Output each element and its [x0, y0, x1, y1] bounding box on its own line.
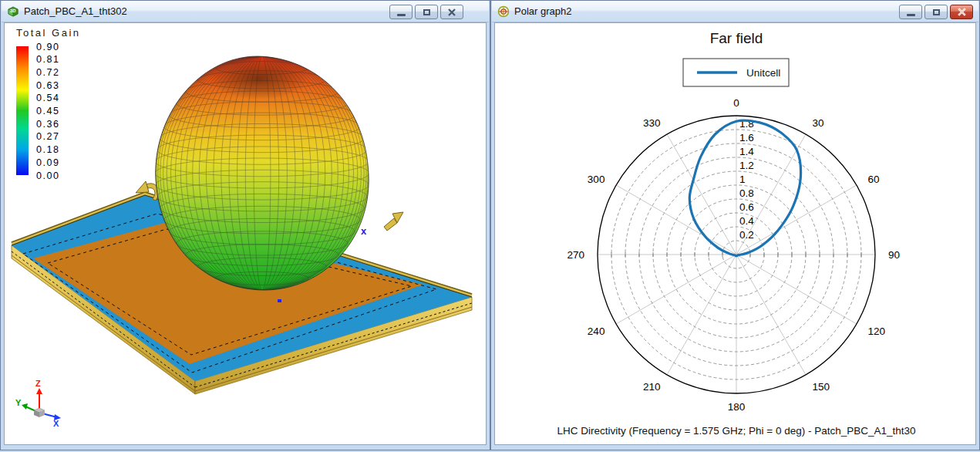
- close-icon: [447, 8, 456, 17]
- restore-button[interactable]: [415, 5, 438, 19]
- z-axis-label: Z: [35, 379, 41, 388]
- colorbar-tick-label: 0.90: [36, 42, 59, 52]
- chart-title: Far field: [710, 30, 763, 46]
- angle-tick-label: 270: [567, 249, 584, 261]
- radial-tick-label: 0.2: [739, 229, 754, 241]
- colorbar-tick-label: 0.54: [36, 93, 59, 103]
- angle-tick-label: 60: [868, 174, 880, 185]
- desktop: 3D Patch_PBC_A1_tht302: [0, 0, 980, 452]
- restore-icon: [933, 9, 940, 15]
- 3d-scene: x Total Gain 0.900.810.720.630.540.450.3…: [5, 23, 487, 445]
- colorbar-tick-label: 0.63: [36, 80, 59, 91]
- colorbar-tick-label: 0.18: [36, 144, 59, 155]
- close-button[interactable]: [440, 5, 463, 19]
- window-title: Patch_PBC_A1_tht302: [24, 5, 127, 17]
- y-axis-label: Y: [15, 398, 22, 407]
- radial-tick-label: 0.8: [739, 187, 754, 199]
- angle-tick-label: 150: [813, 381, 830, 393]
- radial-tick-label: 0.6: [739, 201, 754, 213]
- angle-tick-label: 180: [728, 401, 746, 413]
- x-axis-label: X: [53, 419, 59, 428]
- polar-spoke: [667, 255, 736, 375]
- radial-tick-label: 0.4: [739, 215, 754, 227]
- polar-spoke: [616, 255, 736, 324]
- angle-tick-label: 300: [588, 174, 605, 185]
- colorbar-tick-label: 0.36: [36, 119, 59, 130]
- angle-tick-label: 330: [643, 117, 661, 129]
- colorbar-tick-label: 0.09: [36, 157, 59, 168]
- minimize-icon: [907, 14, 915, 16]
- polar-spoke: [736, 255, 857, 324]
- chart-legend: Unitcell: [683, 59, 789, 86]
- minimize-button[interactable]: [899, 5, 922, 19]
- restore-icon: [423, 9, 430, 15]
- polar-graph-icon: [497, 5, 510, 18]
- radial-tick-label: 1.2: [739, 160, 754, 171]
- polar-grid: [598, 116, 875, 393]
- minimize-icon: [397, 14, 406, 16]
- port-arrow-right: [384, 212, 403, 231]
- colorbar: Total Gain 0.900.810.720.630.540.450.360…: [16, 27, 81, 181]
- titlebar-3d-view[interactable]: 3D Patch_PBC_A1_tht302: [2, 1, 489, 22]
- titlebar-polar-graph[interactable]: Polar graph2: [492, 1, 978, 22]
- svg-text:3D: 3D: [10, 8, 16, 13]
- angle-tick-label: 0: [733, 97, 739, 109]
- chart-caption: LHC Directivity (Frequency = 1.575 GHz; …: [557, 425, 915, 437]
- x-marker: x: [361, 225, 367, 237]
- radial-tick-label: 1.6: [739, 132, 754, 143]
- window-title: Polar graph2: [514, 5, 571, 17]
- colorbar-tick-label: 0.27: [36, 131, 59, 142]
- lobe-pole-shading: [210, 58, 308, 100]
- colorbar-gradient: [16, 46, 29, 175]
- colorbar-title: Total Gain: [16, 27, 81, 39]
- 3d-canvas[interactable]: x Total Gain 0.900.810.720.630.540.450.3…: [4, 22, 487, 445]
- minimize-button[interactable]: [389, 5, 413, 19]
- center-marker: [278, 299, 281, 302]
- radial-tick-label: 1.4: [739, 146, 754, 157]
- window-3d-view[interactable]: 3D Patch_PBC_A1_tht302: [0, 0, 490, 450]
- radiation-lobe: [155, 56, 369, 290]
- axis-triad: Z Y X: [15, 379, 61, 428]
- colorbar-tick-label: 0.72: [36, 67, 59, 78]
- colorbar-tick-label: 0.00: [36, 170, 59, 181]
- colorbar-tick-label: 0.45: [36, 106, 59, 116]
- angle-tick-label: 210: [643, 381, 661, 393]
- restore-button[interactable]: [924, 5, 948, 19]
- angle-tick-label: 120: [868, 326, 886, 337]
- angle-tick-label: 30: [813, 117, 824, 129]
- close-button[interactable]: [950, 5, 973, 19]
- angle-tick-label: 240: [588, 326, 605, 337]
- polar-chart: Far field Unitcell 030609012015018021024…: [495, 23, 976, 445]
- close-icon: [957, 7, 967, 17]
- colorbar-tick-label: 0.81: [36, 54, 59, 65]
- 3d-view-icon: 3D: [7, 5, 19, 18]
- polar-plot-canvas[interactable]: Far field Unitcell 030609012015018021024…: [494, 22, 976, 445]
- window-polar-graph[interactable]: Polar graph2 Far field Unitcell: [490, 0, 980, 450]
- radial-tick-label: 1: [739, 174, 746, 185]
- angle-tick-label: 90: [888, 249, 900, 261]
- legend-entry-label: Unitcell: [746, 67, 780, 79]
